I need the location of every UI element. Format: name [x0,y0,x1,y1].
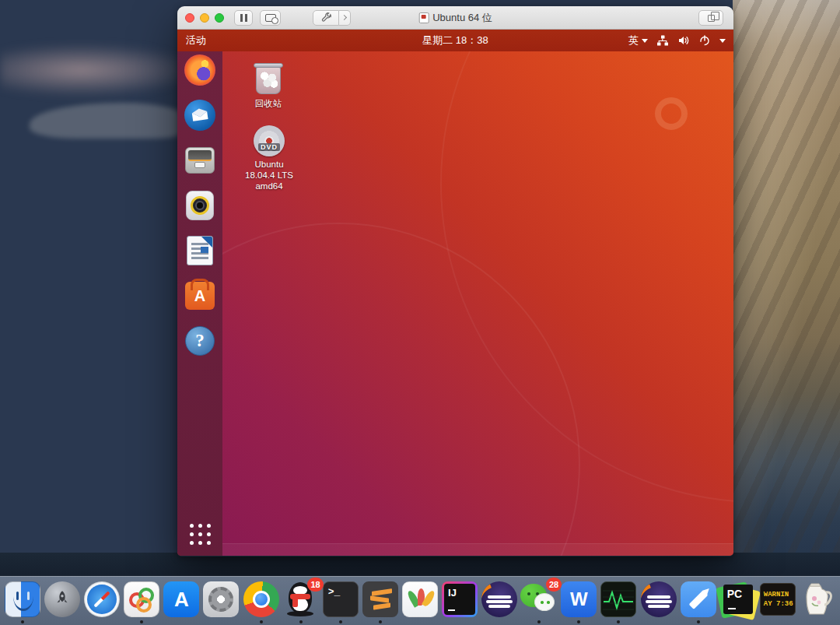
running-indicator [21,620,24,623]
dvd-icon [254,125,285,156]
close-button[interactable] [185,13,194,23]
wallpaper-ring [655,97,688,130]
ubuntu-screen: 活动 星期二 18：38 英 [177,30,733,556]
running-indicator [697,620,700,623]
dock-item-eclipse[interactable] [481,581,518,624]
wrench-icon [320,12,332,23]
sublime-text-icon [362,581,398,617]
pitcher-icon [799,581,835,618]
activities-button[interactable]: 活动 [186,33,206,47]
dvd-label: Ubuntu 18.04.4 LTS amd64 [245,159,293,191]
system-indicators[interactable]: 英 [628,30,726,51]
dock-item-system-preferences[interactable] [202,581,240,624]
dock-item-intellij-idea[interactable]: IJ [441,581,478,624]
dock-item-sublime-text[interactable] [362,581,399,624]
dock-item-notes-app[interactable] [680,581,717,624]
dock-item-book-app[interactable] [401,581,439,624]
vm-titlebar[interactable]: Ubuntu 64 位 [177,6,733,30]
pause-icon [245,14,247,22]
chevron-right-icon [341,15,346,20]
dock-item-pitcher-app[interactable] [799,581,836,624]
vm-settings-button[interactable] [313,10,339,26]
chrome-icon [243,581,279,617]
settings-expander-button[interactable] [339,10,351,26]
ubuntu-software-icon: A [185,282,215,310]
dock-item-firefox[interactable] [184,54,215,86]
chevron-down-icon [642,39,648,43]
show-applications-button[interactable] [190,524,211,545]
dock-item-wps-office[interactable]: W [560,581,597,624]
running-indicator [577,620,580,623]
dock-item-activity-monitor[interactable] [600,581,637,624]
network-icon[interactable] [656,34,669,47]
vm-window: Ubuntu 64 位 活动 星期二 18：38 英 [177,6,733,557]
dock-item-finder[interactable] [4,581,41,624]
firefox-icon [184,54,215,86]
rhythmbox-icon [186,191,214,220]
dock-item-launchpad[interactable] [44,581,81,624]
window-title: Ubuntu 64 位 [432,11,492,25]
wallpaper-cliff [733,0,840,580]
dock-item-eclipse-2[interactable] [640,581,677,624]
dock-item-safari[interactable] [83,581,121,624]
zoom-button[interactable] [215,13,224,23]
gear-icon [203,581,239,617]
dock-item-terminal[interactable]: >_ [322,581,359,624]
snapshot-button[interactable] [260,10,281,26]
display-mode-button[interactable] [698,10,723,26]
pause-icon [240,14,243,22]
snapshot-icon [265,14,276,22]
running-indicator [299,620,303,623]
qq-badge: 18 [307,578,323,592]
desktop-icon-trash[interactable]: 回收站 [238,61,299,109]
safari-compass-icon [84,581,120,617]
dock-item-navicat[interactable] [123,581,160,624]
terminal-icon: >_ [323,581,359,617]
running-indicator [617,620,620,623]
dock-item-files[interactable] [184,145,215,176]
files-icon [185,147,215,174]
running-indicator [140,620,143,623]
dock-item-wechat[interactable]: 28 [520,581,558,624]
dock-item-ubuntu-software[interactable]: A [184,280,215,311]
running-indicator [537,620,541,623]
running-indicator [379,620,382,623]
dock-item-app-store[interactable]: A [163,581,200,624]
chevron-down-icon [719,39,726,43]
activity-monitor-icon [600,581,636,617]
desktop-icon-dvd[interactable]: Ubuntu 18.04.4 LTS amd64 [239,125,299,191]
intellij-idea-icon: IJ [442,581,478,617]
input-method-indicator[interactable]: 英 [628,33,648,47]
warning-clock-icon: WARNIN AY 7:36 [760,583,796,616]
ubuntu-desktop: 回收站 Ubuntu 18.04.4 LTS amd64 [222,51,733,556]
dock-item-warning-clock-widget[interactable]: WARNIN AY 7:36 [759,581,796,624]
wechat-badge: 28 [546,578,562,592]
dock-item-chrome[interactable] [243,581,280,624]
volume-icon[interactable] [677,34,690,47]
help-icon: ? [185,326,215,356]
book-app-icon [402,581,438,617]
minimize-button[interactable] [200,13,209,23]
pencil-note-icon [681,581,716,617]
macos-dock: A 18 >_ IJ [0,576,840,625]
dock-item-libreoffice-writer[interactable] [184,235,215,266]
trash-icon [254,61,283,96]
screen: Ubuntu 64 位 活动 星期二 18：38 英 [0,0,840,625]
wallpaper-clouds [0,43,202,97]
clock-menu[interactable]: 星期二 18：38 [422,30,488,51]
pycharm-icon: PC [720,581,756,617]
dock-item-thunderbird[interactable] [184,100,215,131]
wps-office-icon: W [561,581,597,617]
eclipse-icon [641,581,677,617]
dock-item-help[interactable]: ? [184,325,215,356]
dock-item-rhythmbox[interactable] [184,190,215,221]
dock-item-pycharm[interactable]: PC [719,581,757,624]
ubuntu-dock: A ? [177,51,222,556]
app-store-icon: A [163,581,199,617]
power-icon[interactable] [698,34,711,47]
navicat-icon [124,581,159,617]
suspend-vm-button[interactable] [234,10,253,26]
input-method-label: 英 [628,33,639,47]
dock-item-qq[interactable]: 18 [282,581,320,624]
window-title-group: Ubuntu 64 位 [418,6,492,30]
